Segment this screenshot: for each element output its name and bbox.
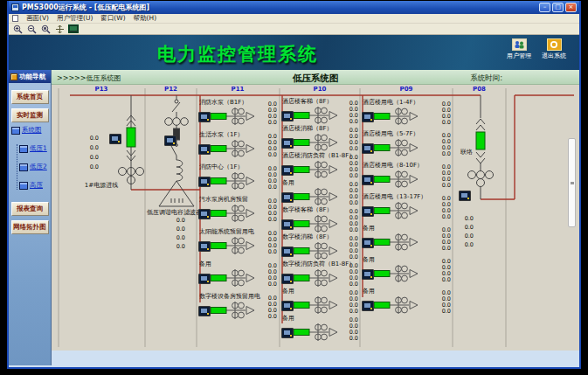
maximize-button[interactable]: □ [552,3,564,12]
menu-help[interactable]: 帮助(H) [134,14,157,23]
feeder-row[interactable]: 数字楼消梯（8F）0.00.00.00.0 [280,232,360,259]
breaker[interactable] [294,275,309,281]
breaker[interactable] [294,113,309,119]
sidebar-item-realtime[interactable]: 实时监测 [11,108,49,122]
meter-icon[interactable] [281,138,294,149]
feeder-row[interactable]: 备用0.00.00.00.0 [360,286,453,317]
fullscreen-icon[interactable] [68,24,79,34]
feeder-readings: 0.00.00.00.0 [344,209,358,233]
pan-icon[interactable] [54,24,65,34]
feeder-row[interactable]: 数字楼设备房预留用电0.00.00.00.0 [197,291,279,323]
menu-user-management[interactable]: 用户管理(U) [57,14,93,23]
breaker[interactable] [294,330,309,336]
feeder-row[interactable]: 酒店楼消梯（8F）0.00.00.00.0 [280,123,360,150]
breaker[interactable] [374,114,390,120]
zoom-in-icon[interactable] [12,24,23,34]
meter-icon[interactable] [281,165,294,176]
user-management-button[interactable]: 用户管理 [504,38,534,60]
breaker[interactable] [294,248,309,254]
exit-icon [547,38,562,51]
feeder-row[interactable]: 污水泵房机房预留0.00.00.00.0 [197,194,279,226]
breaker[interactable] [294,302,309,309]
meter-icon[interactable] [198,209,211,219]
sidebar-item-home[interactable]: 系统首页 [11,90,49,104]
feeder-row[interactable]: 太阳能系统预留用电0.00.00.00.0 [197,226,279,259]
meter-icon[interactable] [281,219,294,230]
meter-icon[interactable] [459,191,471,201]
breaker[interactable] [211,308,226,314]
meter-icon[interactable] [198,274,211,284]
breaker[interactable] [374,208,390,214]
breaker[interactable] [294,140,309,146]
feeder-readings: 0.00.00.00.0 [344,182,358,206]
exit-system-button[interactable]: 退出系统 [539,38,569,60]
feeder-row[interactable]: 备用0.00.00.00.0 [280,313,360,340]
breaker[interactable] [211,146,226,152]
feeder-row[interactable]: 酒店楼客梯（8F）0.00.00.00.0 [280,96,360,123]
feeder-readings: 0.00.00.00.0 [263,198,277,223]
sidebar-item-reports[interactable]: 报表查询 [11,202,49,216]
sidebar-item-topology[interactable]: 网络拓扑图 [11,220,49,234]
tree-item-lowvoltage1[interactable]: 低压1 [19,144,51,153]
meter-icon[interactable] [362,206,374,217]
feeder-row[interactable]: 消防中心（1F）0.00.00.00.0 [197,162,279,194]
feeder-row[interactable]: 酒店楼消防负荷（B1-8F）0.00.00.00.0 [280,150,360,177]
feeder-readings: 0.00.00.00.0 [437,133,451,157]
tree-root-system-diagram[interactable]: 系统图 [11,126,51,135]
breaker[interactable] [374,145,390,151]
feeder-row[interactable]: 生活水泵（1F）0.00.00.00.0 [197,129,279,162]
meter-icon[interactable] [281,111,294,122]
menu-window[interactable]: 窗口(W) [100,14,125,23]
meter-icon[interactable] [164,135,176,146]
menu-view[interactable]: 画面(V) [26,14,49,23]
breaker[interactable] [211,178,226,184]
minimize-button[interactable]: – [539,3,550,12]
close-button[interactable]: × [565,3,577,12]
meter-icon[interactable] [281,192,294,203]
meter-icon[interactable] [198,177,211,187]
feeder-row[interactable]: 消防水泵（B1F）0.00.00.00.0 [197,97,279,129]
tree-item-highvoltage[interactable]: 高压 [19,181,51,190]
meter-icon[interactable] [198,306,211,316]
meter-icon[interactable] [362,238,374,248]
meter-icon[interactable] [281,328,294,338]
breaker[interactable] [374,271,390,277]
breaker[interactable] [294,194,309,200]
feeder-row[interactable]: 酒店楼用电（1-4F）0.00.00.00.0 [360,97,453,128]
meter-icon[interactable] [198,112,211,122]
meter-icon[interactable] [198,144,211,155]
feeder-row[interactable]: 数字楼消防负荷（B1-8F）0.00.00.00.0 [280,259,360,286]
meter-icon[interactable] [362,175,374,185]
breaker[interactable] [211,275,226,281]
meter-icon[interactable] [362,301,374,311]
feeder-row[interactable]: 酒店楼用电（5-7F）0.00.00.00.0 [360,128,453,160]
breaker[interactable] [211,243,226,249]
meter-icon[interactable] [281,247,294,257]
meter-icon[interactable] [281,301,294,311]
feeder-row[interactable]: 数字楼客梯（8F）0.00.00.00.0 [280,205,360,232]
breaker[interactable] [294,221,309,227]
breaker[interactable] [211,211,226,217]
feeder-row[interactable]: 酒店楼用电（8-10F）0.00.00.00.0 [360,160,453,191]
meter-icon[interactable] [362,112,374,122]
feeder-row[interactable]: 酒店楼用电（13-17F）0.00.00.00.0 [360,191,453,223]
breaker[interactable] [211,114,226,120]
breaker[interactable] [374,240,390,246]
breaker[interactable] [294,167,309,173]
meter-icon[interactable] [362,143,374,154]
vertical-scrollbar-thumb[interactable] [568,138,576,227]
breaker[interactable] [374,177,390,183]
meter-icon[interactable] [362,269,374,280]
feeder-row[interactable]: 备用0.00.00.00.0 [280,177,360,205]
feeder-row[interactable]: 备用0.00.00.00.0 [360,223,453,254]
feeder-row[interactable]: 备用0.00.00.00.0 [280,286,360,313]
meter-icon[interactable] [109,134,121,144]
meter-icon[interactable] [198,241,211,252]
meter-icon[interactable] [281,274,294,284]
zoom-actual-icon[interactable] [40,24,51,34]
feeder-row[interactable]: 备用0.00.00.00.0 [197,259,279,291]
zoom-out-icon[interactable] [26,24,37,34]
breaker[interactable] [374,302,390,309]
tree-item-lowvoltage2[interactable]: 低压2 [19,163,51,171]
feeder-row[interactable]: 备用0.00.00.00.0 [360,254,453,286]
